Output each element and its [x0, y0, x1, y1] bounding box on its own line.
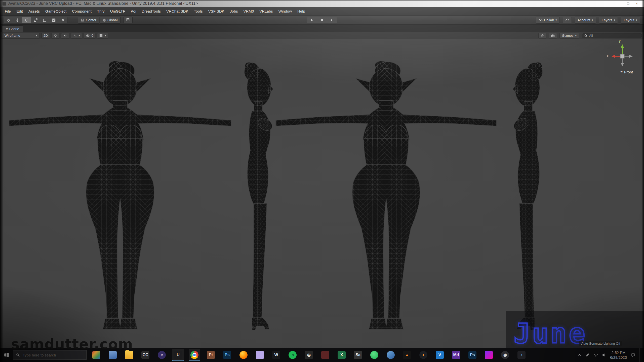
- dark-red-app-button[interactable]: [319, 349, 331, 361]
- layout-dropdown[interactable]: Layout ▾: [621, 17, 640, 24]
- menu-thry[interactable]: Thry: [94, 7, 107, 16]
- chrome-button[interactable]: [189, 349, 200, 361]
- step-button[interactable]: [327, 17, 337, 23]
- menu-edit[interactable]: Edit: [14, 7, 26, 16]
- shading-mode-dropdown[interactable]: Wireframe ▾: [2, 33, 40, 38]
- show-desktop-strip[interactable]: [639, 348, 641, 362]
- gradient-social-button[interactable]: [483, 349, 495, 361]
- pen-tray-icon[interactable]: [586, 353, 590, 357]
- photoshop-beta-button[interactable]: Ps: [467, 349, 478, 361]
- excel-button[interactable]: X: [336, 349, 347, 361]
- collab-dropdown[interactable]: Collab ▾: [536, 17, 560, 24]
- layers-dropdown[interactable]: Layers ▾: [599, 17, 618, 24]
- camera-social-app-button[interactable]: ◎: [303, 349, 315, 361]
- scene-grid-dropdown[interactable]: ▾: [97, 33, 108, 38]
- md-app-button[interactable]: Md: [450, 349, 462, 361]
- menu-component[interactable]: Component: [69, 7, 94, 16]
- scene-camera-button[interactable]: [549, 33, 557, 38]
- scene-tools-button[interactable]: [538, 33, 546, 38]
- menu-window[interactable]: Window: [276, 7, 295, 16]
- cloud-services-button[interactable]: [563, 17, 572, 23]
- menu-jobs[interactable]: Jobs: [227, 7, 241, 16]
- creative-cloud-icon: CC: [141, 351, 149, 359]
- menu-poi[interactable]: Poi: [128, 7, 139, 16]
- maximize-button[interactable]: □: [627, 0, 629, 7]
- hidden-count-label: 0: [92, 34, 94, 37]
- space-mode-button[interactable]: Global: [100, 17, 120, 24]
- menu-gameobject[interactable]: GameObject: [43, 7, 69, 16]
- creative-cloud-button[interactable]: CC: [140, 349, 151, 361]
- blender-button[interactable]: ●: [418, 349, 429, 361]
- scene-search-field[interactable]: All: [582, 33, 642, 38]
- auto-generate-lighting-toggle[interactable]: Auto Generate Lighting Off: [579, 341, 622, 346]
- spotify-button[interactable]: ♫: [287, 349, 298, 361]
- menu-unigltf[interactable]: UniGLTF: [107, 7, 128, 16]
- affinity-app-button[interactable]: ▲: [401, 349, 413, 361]
- menu-vrchat-sdk[interactable]: VRChat SDK: [164, 7, 191, 16]
- blue-swirl-app-button[interactable]: [385, 349, 396, 361]
- unity-editor-button[interactable]: U: [172, 349, 184, 361]
- transform-tool-button[interactable]: [49, 17, 58, 23]
- menu-dreadtools[interactable]: DreadTools: [139, 7, 164, 16]
- scene-audio-button[interactable]: [61, 33, 69, 38]
- snap-settings-button[interactable]: [124, 17, 133, 23]
- menu-vrm0[interactable]: VRM0: [241, 7, 257, 16]
- purple-app-button[interactable]: [254, 349, 266, 361]
- taskbar-app-icons: CCeUPtPsW♫◎XSa▲●VMdPs◉♪: [91, 349, 527, 361]
- menu-vsf-sdk[interactable]: VSF SDK: [206, 7, 227, 16]
- chevron-up-icon[interactable]: [578, 353, 582, 357]
- taskbar-search-input[interactable]: [22, 353, 81, 357]
- chevron-down-icon: ▾: [78, 34, 80, 37]
- photoshop-icon: Ps: [223, 351, 231, 359]
- menu-file[interactable]: File: [2, 7, 14, 16]
- vscode-button[interactable]: V: [434, 349, 446, 361]
- volume-icon[interactable]: [602, 353, 606, 357]
- messenger-green-button[interactable]: [369, 349, 380, 361]
- menu-vrlabs[interactable]: VRLabs: [257, 7, 275, 16]
- orientation-gizmo[interactable]: x y: [608, 41, 635, 68]
- wolf-app-button[interactable]: W: [270, 349, 282, 361]
- gizmos-label: Gizmos: [562, 34, 574, 37]
- action-center-icon[interactable]: [631, 353, 635, 357]
- wireframe-avatar-side-left[interactable]: [503, 59, 551, 330]
- firefox-button[interactable]: [238, 349, 249, 361]
- close-button[interactable]: ×: [636, 0, 638, 7]
- tab-scene[interactable]: # Scene: [2, 25, 23, 32]
- photoshop-button[interactable]: Ps: [221, 349, 233, 361]
- 2d-toggle-button[interactable]: 2D: [42, 33, 50, 38]
- custom-tool-button[interactable]: [58, 17, 67, 23]
- pause-button[interactable]: [317, 17, 327, 23]
- substance-painter-button[interactable]: Pt: [205, 349, 217, 361]
- view-mode-label[interactable]: ≡ Front: [620, 70, 633, 74]
- substance-sampler-button[interactable]: Sa: [352, 349, 364, 361]
- window-title: AvatarCC2023 - June VRC Upload - PC, Mac…: [8, 1, 198, 6]
- hand-tool-button[interactable]: [4, 17, 13, 23]
- menu-tools[interactable]: Tools: [191, 7, 206, 16]
- move-tool-button[interactable]: [13, 17, 22, 23]
- tray-clock[interactable]: 2:52 PM 6/28/2023: [610, 350, 627, 360]
- move-icon: [16, 18, 20, 22]
- globe-icon: [102, 18, 106, 22]
- play-button[interactable]: [307, 17, 317, 23]
- wireframe-avatar-back[interactable]: [274, 59, 498, 330]
- scene-effects-dropdown[interactable]: ▾: [71, 33, 82, 38]
- scene-viewport[interactable]: June x y ≡ Front Auto Generate Lighting …: [0, 39, 644, 348]
- wifi-icon[interactable]: [594, 353, 598, 357]
- menu-help[interactable]: Help: [295, 7, 308, 16]
- minimize-button[interactable]: –: [618, 0, 620, 7]
- rotate-tool-button[interactable]: [22, 17, 31, 23]
- rect-tool-button[interactable]: [40, 17, 49, 23]
- music-app-button[interactable]: ♪: [516, 349, 527, 361]
- blue-swirl-app-icon: [387, 351, 395, 359]
- webcam-app-button[interactable]: ◉: [499, 349, 511, 361]
- account-dropdown[interactable]: Account ▾: [575, 17, 596, 24]
- eclipse-button[interactable]: e: [156, 349, 168, 361]
- menu-assets[interactable]: Assets: [26, 7, 43, 16]
- scene-visibility-button[interactable]: 0: [84, 33, 96, 38]
- chevron-down-icon: ▾: [575, 34, 577, 37]
- wireframe-avatar-front[interactable]: [8, 59, 233, 330]
- scale-tool-button[interactable]: [31, 17, 40, 23]
- scene-lighting-button[interactable]: [52, 33, 59, 38]
- pivot-mode-button[interactable]: Center: [78, 17, 99, 24]
- gizmos-dropdown[interactable]: Gizmos ▾: [559, 33, 579, 38]
